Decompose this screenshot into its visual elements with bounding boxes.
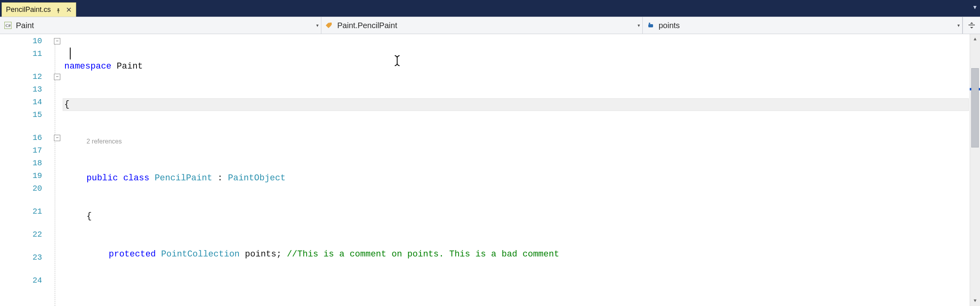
line-number: 16 [4,132,42,144]
field-icon [647,21,655,29]
scroll-track[interactable] [970,44,980,296]
member-label: points [659,21,680,30]
svg-text:C#: C# [6,23,11,28]
code-token: { [86,210,92,223]
class-dropdown[interactable]: Paint.PencilPaint ▾ [321,17,643,34]
scope-label: Paint [16,21,34,30]
line-number: 11 [4,48,42,60]
code-token: protected [109,248,156,261]
class-label: Paint.PencilPaint [337,21,397,30]
line-number: 20 [4,182,42,195]
csharp-icon: C# [4,21,12,29]
fold-toggle[interactable]: − [54,74,60,80]
line-number: 13 [4,83,42,96]
code-editor[interactable]: 10 11 12 13 14 15 16 17 18 19 20 21 22 2… [0,34,980,306]
line-number: 24 [4,274,42,287]
scroll-down-arrow[interactable]: ▼ [970,296,980,306]
code-token: points; [240,248,287,261]
line-number: 14 [4,96,42,109]
class-icon [325,21,333,29]
line-number: 10 [4,35,42,48]
split-editor-button[interactable] [963,17,980,34]
svg-rect-3 [329,23,332,25]
pin-icon[interactable] [56,7,61,13]
code-token: Paint [111,60,143,73]
member-dropdown[interactable]: points ▾ [643,17,963,34]
fold-gutter: − − − [52,34,63,306]
tab-bar: PencilPaint.cs ✕ ▼ [0,0,980,17]
file-tab[interactable]: PencilPaint.cs ✕ [2,2,76,17]
code-token: PointCollection [161,248,240,261]
svg-rect-4 [648,24,653,27]
code-content[interactable]: namespace Paint { 2 references public cl… [63,34,970,306]
codelens[interactable]: 2 references [63,136,970,147]
svg-point-5 [649,23,650,24]
fold-toggle[interactable]: − [54,135,60,141]
close-icon[interactable]: ✕ [66,6,72,14]
navigation-bar: C# Paint ▾ Paint.PencilPaint ▾ points ▾ [0,17,980,34]
code-token: PencilPaint [155,172,212,185]
scroll-up-arrow[interactable]: ▲ [970,34,980,44]
code-comment: //This is a comment on points. This is a… [287,248,559,261]
line-number: 15 [4,109,42,121]
code-token: { [64,98,69,111]
line-number: 23 [4,251,42,264]
chevron-down-icon: ▾ [957,23,960,28]
code-token: PaintObject [228,172,285,185]
code-token: public [86,172,118,185]
tab-overflow-dropdown[interactable]: ▼ [972,4,978,10]
line-number: 12 [4,71,42,83]
fold-toggle[interactable]: − [54,38,60,44]
line-number: 19 [4,170,42,182]
scope-dropdown[interactable]: C# Paint ▾ [0,17,321,34]
text-caret [70,48,71,59]
line-number: 17 [4,144,42,157]
vertical-scrollbar[interactable]: ▲ ▼ [970,34,980,306]
line-number-gutter: 10 11 12 13 14 15 16 17 18 19 20 21 22 2… [0,34,52,306]
line-number: 22 [4,228,42,241]
chevron-down-icon: ▾ [316,23,319,28]
tab-title: PencilPaint.cs [6,6,51,14]
line-number: 21 [4,205,42,218]
chevron-down-icon: ▾ [638,23,640,28]
scroll-thumb[interactable] [971,68,979,147]
svg-rect-6 [968,25,975,25]
line-number: 18 [4,157,42,170]
current-line: { [63,98,969,111]
code-token: namespace [64,60,111,73]
code-token: class [123,172,149,185]
